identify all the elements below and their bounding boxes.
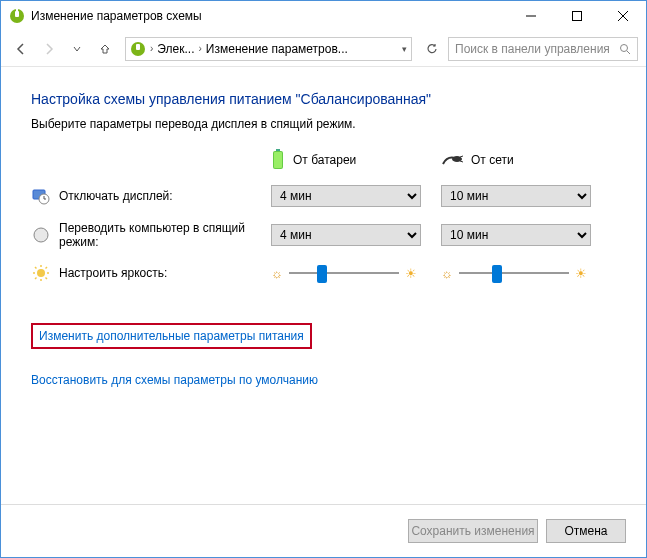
refresh-button[interactable]: [420, 37, 444, 61]
row-display-off: Отключать дисплей:: [31, 187, 271, 205]
svg-line-29: [35, 278, 37, 280]
column-header-plugged: От сети: [441, 152, 611, 168]
svg-line-16: [460, 161, 463, 162]
cancel-button[interactable]: Отмена: [546, 519, 626, 543]
moon-icon: [31, 227, 51, 243]
navbar: › Элек... › Изменение параметров... ▾ По…: [1, 31, 646, 67]
svg-point-22: [37, 269, 45, 277]
search-icon: [619, 43, 631, 55]
back-button[interactable]: [9, 37, 33, 61]
sun-bright-icon: ☀: [575, 266, 587, 281]
svg-rect-4: [573, 12, 582, 21]
page-heading: Настройка схемы управления питанием "Сба…: [31, 91, 616, 107]
titlebar: Изменение параметров схемы: [1, 1, 646, 31]
monitor-clock-icon: [31, 187, 51, 205]
breadcrumb-item-2[interactable]: Изменение параметров...: [206, 42, 348, 56]
brightness-plugged-slider[interactable]: ☼ ☀: [441, 263, 611, 283]
content-area: Настройка схемы управления питанием "Сба…: [1, 67, 646, 504]
svg-line-30: [46, 267, 48, 269]
power-options-icon: [9, 8, 25, 24]
sun-dim-icon: ☼: [271, 266, 283, 281]
row-brightness: Настроить яркость:: [31, 264, 271, 282]
svg-point-21: [34, 228, 48, 242]
slider-track[interactable]: [459, 263, 569, 283]
chevron-right-icon: ›: [199, 43, 202, 54]
column-header-battery: От батареи: [271, 149, 441, 171]
sun-bright-icon: ☀: [405, 266, 417, 281]
column-label-battery: От батареи: [293, 153, 356, 167]
links-section: Изменить дополнительные параметры питани…: [31, 323, 616, 387]
forward-button[interactable]: [37, 37, 61, 61]
footer: Сохранить изменения Отмена: [1, 504, 646, 557]
battery-icon: [271, 149, 285, 171]
recent-locations-button[interactable]: [65, 37, 89, 61]
up-button[interactable]: [93, 37, 117, 61]
change-advanced-link[interactable]: Изменить дополнительные параметры питани…: [31, 323, 312, 349]
close-button[interactable]: [600, 1, 646, 31]
svg-line-28: [46, 278, 48, 280]
save-button[interactable]: Сохранить изменения: [408, 519, 538, 543]
brightness-battery-slider[interactable]: ☼ ☀: [271, 263, 441, 283]
row-sleep: Переводить компьютер в спящий режим:: [31, 221, 271, 249]
svg-rect-13: [274, 152, 282, 168]
column-label-plugged: От сети: [471, 153, 514, 167]
sleep-battery-select[interactable]: 4 мин: [271, 224, 421, 246]
plug-icon: [441, 152, 463, 168]
settings-grid: От батареи От сети Отключать дисплей: 4 …: [31, 149, 616, 283]
breadcrumb-item-1[interactable]: Элек...: [157, 42, 194, 56]
svg-line-27: [35, 267, 37, 269]
slider-track[interactable]: [289, 263, 399, 283]
slider-thumb[interactable]: [492, 265, 502, 283]
svg-rect-8: [136, 44, 140, 50]
chevron-down-icon[interactable]: ▾: [402, 44, 407, 54]
search-input[interactable]: Поиск в панели управления: [448, 37, 638, 61]
svg-line-15: [460, 156, 463, 157]
sleep-plugged-select[interactable]: 10 мин: [441, 224, 591, 246]
svg-rect-2: [16, 9, 18, 12]
window-frame: Изменение параметров схемы › Эл: [0, 0, 647, 558]
slider-thumb[interactable]: [317, 265, 327, 283]
search-placeholder: Поиск в панели управления: [455, 42, 619, 56]
sun-dim-icon: ☼: [441, 266, 453, 281]
row-sleep-label: Переводить компьютер в спящий режим:: [59, 221, 259, 249]
svg-rect-11: [276, 149, 280, 151]
page-subtext: Выберите параметры перевода дисплея в сп…: [31, 117, 616, 131]
control-panel-icon: [130, 41, 146, 57]
row-brightness-label: Настроить яркость:: [59, 266, 167, 280]
display-off-battery-select[interactable]: 4 мин: [271, 185, 421, 207]
chevron-right-icon: ›: [150, 43, 153, 54]
display-off-plugged-select[interactable]: 10 мин: [441, 185, 591, 207]
row-display-off-label: Отключать дисплей:: [59, 189, 173, 203]
minimize-button[interactable]: [508, 1, 554, 31]
breadcrumb[interactable]: › Элек... › Изменение параметров... ▾: [125, 37, 412, 61]
svg-line-10: [627, 51, 630, 54]
svg-point-9: [621, 44, 628, 51]
maximize-button[interactable]: [554, 1, 600, 31]
restore-defaults-link[interactable]: Восстановить для схемы параметры по умол…: [31, 373, 318, 387]
sun-icon: [31, 264, 51, 282]
window-title: Изменение параметров схемы: [31, 9, 508, 23]
